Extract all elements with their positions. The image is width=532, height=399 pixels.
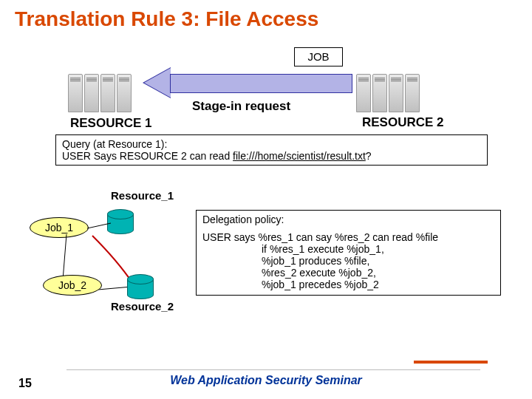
seminar-footer: Web Application Security Seminar xyxy=(0,374,532,387)
stage-in-text: Stage-in request xyxy=(192,99,290,114)
policy-line4: %res_2 execute %job_2, xyxy=(202,267,494,279)
query-box: Query (at Resource 1): USER Says RESOURC… xyxy=(55,134,488,166)
footer-rule xyxy=(66,369,480,370)
database-cylinder-icon xyxy=(107,213,132,235)
slide-title: Translation Rule 3: File Access xyxy=(0,0,532,31)
lower-diagram: Resource_1 Job_1 Job_2 Resource_2 Delega… xyxy=(0,173,532,343)
job2-node: Job_2 xyxy=(43,275,102,296)
resource1-text: Resource_1 xyxy=(111,189,174,202)
resource2-text: Resource_2 xyxy=(111,300,174,313)
resource2-label: RESOURCE 2 xyxy=(362,115,444,130)
arrow-left-icon xyxy=(144,68,351,98)
query-line2: USER Says RESOURCE 2 can read file:///ho… xyxy=(62,150,481,162)
footer-accent-bar xyxy=(414,361,488,364)
stage-diagram: JOB Stage-in request RESOURCE 1 RESOURCE… xyxy=(0,31,532,127)
query-line2-post: ? xyxy=(366,150,372,162)
policy-line3: %job_1 produces %file, xyxy=(202,255,494,267)
database-cylinder-icon xyxy=(127,278,152,300)
policy-line5: %job_1 precedes %job_2 xyxy=(202,279,494,290)
query-line1: Query (at Resource 1): xyxy=(62,138,481,150)
server-cluster-left-icon xyxy=(66,61,133,112)
query-line2-pre: USER Says RESOURCE 2 can read xyxy=(62,150,233,162)
resource1-label: RESOURCE 1 xyxy=(70,116,152,131)
svg-line-1 xyxy=(63,234,66,280)
policy-line2: if %res_1 execute %job_1, xyxy=(202,243,494,255)
policy-line1: USER says %res_1 can say %res_2 can read… xyxy=(202,231,494,243)
job1-node: Job_1 xyxy=(30,217,89,238)
policy-heading: Delegation policy: xyxy=(202,214,494,225)
job-label-box: JOB xyxy=(294,47,343,66)
policy-box: Delegation policy: USER says %res_1 can … xyxy=(196,210,501,296)
query-file-path: file:///home/scientist/result.txt xyxy=(233,150,366,162)
server-cluster-right-icon xyxy=(355,61,421,112)
